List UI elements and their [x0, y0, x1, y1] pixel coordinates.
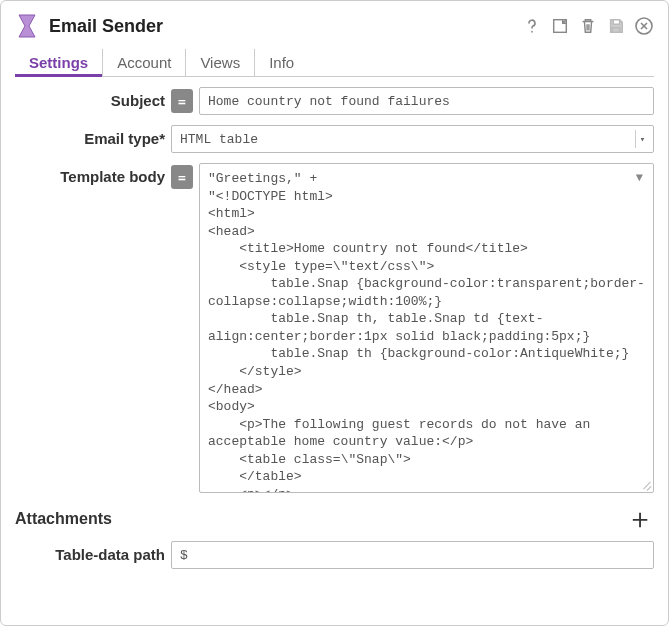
- attachments-title: Attachments: [15, 510, 112, 528]
- attachments-header: Attachments ＋: [15, 505, 654, 533]
- dialog-title: Email Sender: [49, 16, 163, 37]
- label-table-data-path: Table-data path: [15, 541, 165, 563]
- tab-views[interactable]: Views: [186, 49, 255, 76]
- header-actions: [522, 16, 654, 36]
- label-subject: Subject: [15, 87, 165, 109]
- copy-icon[interactable]: [550, 16, 570, 36]
- save-icon[interactable]: [606, 16, 626, 36]
- header-left: Email Sender: [15, 13, 163, 39]
- row-subject: Subject =: [15, 87, 654, 115]
- table-data-path-input[interactable]: [171, 541, 654, 569]
- close-icon[interactable]: [634, 16, 654, 36]
- row-table-data-path: Table-data path: [15, 541, 654, 569]
- row-email-type: Email type* HTML table ▾: [15, 125, 654, 153]
- resize-handle-icon[interactable]: [639, 478, 651, 490]
- trash-icon[interactable]: [578, 16, 598, 36]
- tab-info[interactable]: Info: [255, 49, 308, 76]
- template-body-content: "Greetings," + "<!DOCTYPE html> <html> <…: [208, 171, 645, 493]
- template-body-textarea[interactable]: ▼"Greetings," + "<!DOCTYPE html> <html> …: [199, 163, 654, 493]
- dialog-header: Email Sender: [15, 9, 654, 49]
- label-email-type: Email type*: [15, 125, 165, 147]
- label-template-body: Template body: [15, 163, 165, 185]
- tab-account[interactable]: Account: [103, 49, 186, 76]
- chevron-down-icon: ▾: [635, 130, 649, 148]
- tab-settings[interactable]: Settings: [15, 49, 103, 76]
- collapse-caret-icon[interactable]: ▼: [636, 170, 643, 186]
- row-template-body: Template body = ▼"Greetings," + "<!DOCTY…: [15, 163, 654, 493]
- add-attachment-button[interactable]: ＋: [626, 505, 654, 533]
- tabs-bar: Settings Account Views Info: [15, 49, 654, 77]
- help-icon[interactable]: [522, 16, 542, 36]
- expression-toggle-subject[interactable]: =: [171, 89, 193, 113]
- expression-toggle-template[interactable]: =: [171, 165, 193, 189]
- subject-input[interactable]: [199, 87, 654, 115]
- app-logo-icon: [15, 13, 39, 39]
- email-type-value: HTML table: [180, 132, 258, 147]
- email-type-select[interactable]: HTML table ▾: [171, 125, 654, 153]
